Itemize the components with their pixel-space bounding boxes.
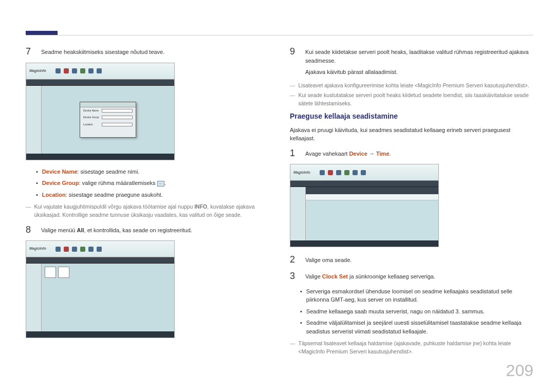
ellipsis-button-icon (157, 181, 164, 186)
ss-sidebar (26, 86, 42, 154)
screenshot-device-time: MagicInfo (290, 164, 439, 247)
ss-thumb (45, 267, 56, 278)
bullet-item: Location: sisestage seadme praegune asuk… (36, 191, 269, 199)
nav-icon (336, 170, 341, 175)
dlg-input (102, 109, 133, 113)
bullet-item: Device Name: sisestage seadme nimi. (36, 167, 269, 176)
nav-icon (320, 170, 325, 175)
nav-icon (88, 68, 94, 73)
section-intro: Ajakava ei pruugi käivituda, kui seadmes… (290, 126, 533, 143)
bullet-item: Seadme kellaaega saab muuta serverist, n… (300, 307, 533, 316)
bullet-text: : sisestage seadme praegune asukoht. (66, 192, 163, 198)
t: , et kontrollida, kas seade on registree… (84, 227, 192, 233)
ss-header: MagicInfo (26, 63, 174, 80)
nav-icon (97, 247, 102, 252)
note: Täpsemat lisateavet kellaaja haldamise (… (290, 340, 533, 356)
nav-icon (344, 170, 349, 175)
dlg-label: Device Name (83, 109, 100, 113)
step-number: 7 (26, 46, 34, 58)
ss-nav-icons (55, 68, 102, 73)
line: Ajakava käivitub pärast allalaadimist. (305, 68, 533, 77)
step-1: 1 Avage vahekaart Device → Time. (290, 148, 533, 159)
t: → (367, 151, 376, 157)
bullet-item: Serveriga esmakordsel ühenduse loomisel … (300, 287, 533, 304)
page-number: 209 (506, 358, 533, 383)
ss-header: MagicInfo (290, 164, 438, 181)
dlg-input (102, 123, 133, 126)
nav-icon (97, 68, 102, 73)
bullet-text: : sisestage seadme nimi. (77, 169, 139, 175)
nav-icon (80, 247, 85, 252)
step-text: Valige Clock Set ja sünkroonige kellaaeg… (305, 271, 533, 282)
bullet-text: : valige rühma määratlemiseks (79, 180, 157, 186)
header-accent (26, 31, 58, 35)
tab-name: Time (376, 151, 389, 157)
note: Kui vajutate kaugjuhtimispuldil võrgu aj… (26, 203, 269, 219)
ss-footer (290, 240, 438, 247)
left-column: 7 Seadme heakskiitmiseks sisestage nõutu… (26, 46, 269, 377)
bullet-label: Location (42, 192, 66, 198)
ss-thumb (58, 267, 69, 278)
bullet-text: Seadme väljalülitamisel ja seejärel uues… (306, 319, 533, 335)
ss-header: MagicInfo (26, 241, 174, 257)
note-text: Kui seade kustutatakse serveri poolt hea… (299, 91, 534, 108)
ss-thumbnails (45, 267, 69, 278)
ss-nav-icons (55, 247, 102, 252)
step-3: 3 Valige Clock Set ja sünkroonige kellaa… (290, 271, 533, 282)
ss-toolbar (26, 257, 174, 264)
note: Lisateavet ajakava konfigureerimise koht… (290, 82, 533, 90)
nav-icon (72, 68, 77, 73)
ss-dialog-title (80, 102, 136, 107)
ss-main: Device Name Device Group Location (42, 86, 174, 154)
ss-nav-icons (320, 170, 366, 175)
screenshot-all-view: MagicInfo (26, 240, 175, 338)
bullet-text: Seadme kellaaega saab muuta serverist, n… (306, 307, 485, 316)
right-column: 9 Kui seade kiidetakse serveri poolt hea… (290, 46, 533, 377)
ss-logo: MagicInfo (293, 170, 310, 176)
bullet-list: Device Name: sisestage seadme nimi. Devi… (36, 167, 269, 199)
ss-toolbar (26, 80, 174, 86)
nav-icon (55, 247, 61, 252)
ss-table-header (306, 187, 438, 194)
ss-sidebar (290, 187, 306, 240)
action-name: Clock Set (322, 273, 348, 279)
t: Avage vahekaart (305, 151, 349, 157)
t: . (390, 151, 391, 157)
bullet-text: Serveriga esmakordsel ühenduse loomisel … (306, 287, 533, 304)
ss-footer (26, 331, 174, 338)
step-2: 2 Valige oma seade. (290, 254, 533, 266)
nav-icon (64, 247, 69, 252)
ss-logo: MagicInfo (29, 246, 46, 252)
step-8: 8 Valige menüü All, et kontrollida, kas … (26, 225, 269, 236)
ss-footer (26, 154, 174, 160)
bullet-label: Device Name (42, 169, 78, 175)
ss-dialog: Device Name Device Group Location (80, 102, 136, 138)
t: Valige menüü (41, 227, 77, 233)
step-number: 3 (290, 271, 298, 282)
step-text: Avage vahekaart Device → Time. (305, 148, 533, 159)
ss-table-row (306, 194, 438, 200)
screenshot-approve-dialog: MagicInfo Device Name Device Group Loc (26, 63, 175, 160)
nav-icon (353, 170, 358, 175)
line: Kui seade kiidetakse serveri poolt heaks… (305, 48, 533, 65)
dlg-input (102, 116, 133, 119)
nav-icon (72, 247, 77, 252)
step-number: 1 (290, 148, 298, 159)
note: Kui seade kustutatakse serveri poolt hea… (290, 91, 533, 108)
nav-icon (80, 68, 85, 73)
nav-icon (64, 68, 69, 73)
ss-sidebar (26, 264, 42, 331)
step-7: 7 Seadme heakskiitmiseks sisestage nõutu… (26, 46, 269, 58)
page-content: 7 Seadme heakskiitmiseks sisestage nõutu… (26, 46, 533, 377)
step-number: 8 (26, 225, 34, 236)
step-number: 9 (290, 46, 298, 77)
bullet-list: Serveriga esmakordsel ühenduse loomisel … (300, 287, 533, 336)
nav-icon (361, 170, 366, 175)
step-text: Kui seade kiidetakse serveri poolt heaks… (305, 46, 533, 77)
nav-icon (55, 68, 61, 73)
ss-toolbar (290, 181, 438, 187)
note-keyword: INFO (194, 203, 207, 210)
dlg-label: Device Group (83, 116, 100, 120)
menu-name: All (77, 227, 84, 233)
step-number: 2 (290, 254, 298, 266)
